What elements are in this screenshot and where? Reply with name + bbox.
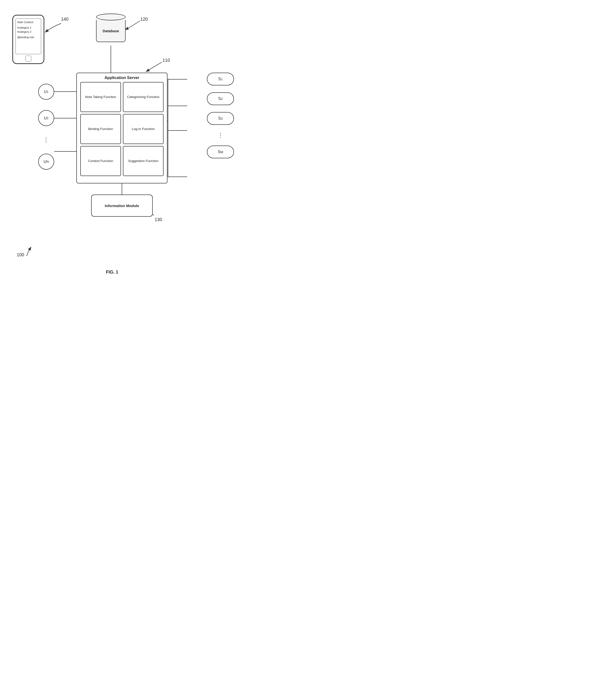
binding-rule-label: @binding rule bbox=[17, 35, 40, 40]
mobile-device: Note Content #category 1 #category 2 @bi… bbox=[12, 15, 44, 64]
figure-label: FIG. 1 bbox=[106, 270, 118, 275]
note-taking-function: Note Taking Function bbox=[80, 82, 121, 112]
mobile-home-button bbox=[25, 56, 31, 61]
application-server: Application Server Note Taking Function … bbox=[76, 73, 167, 183]
categorizing-function: Categorizing Function bbox=[123, 82, 164, 112]
database: Database bbox=[96, 14, 126, 42]
label-130: 130 bbox=[155, 217, 162, 222]
binding-function: Binding Function bbox=[80, 114, 121, 144]
server-s1: S1 bbox=[207, 73, 234, 85]
db-top bbox=[96, 14, 126, 20]
server-s3: S3 bbox=[207, 112, 234, 125]
context-function: Context Function bbox=[80, 146, 121, 176]
note-content-label: Note Content bbox=[17, 20, 40, 25]
category2-label: #category 2 bbox=[17, 30, 40, 34]
user-dots: ⋮ bbox=[38, 136, 54, 143]
server-s2: S2 bbox=[207, 92, 234, 105]
label-140: 140 bbox=[61, 17, 69, 22]
user-u1: U1 bbox=[38, 84, 54, 100]
server-dots: ⋮ bbox=[207, 132, 234, 139]
diagram: Note Content #category 1 #category 2 @bi… bbox=[0, 0, 246, 285]
label-110: 110 bbox=[163, 58, 170, 63]
info-module-label: Information Module bbox=[105, 204, 139, 208]
users-column: U1 U2 ⋮ UN bbox=[38, 84, 54, 180]
app-server-title: Application Server bbox=[77, 73, 167, 82]
user-un: UN bbox=[38, 154, 54, 170]
mobile-screen: Note Content #category 1 #category 2 @bi… bbox=[16, 19, 41, 54]
login-function: Log-in Function bbox=[123, 114, 164, 144]
db-body: Database bbox=[96, 20, 126, 42]
label-120: 120 bbox=[140, 17, 148, 22]
info-module: Information Module bbox=[91, 195, 153, 217]
servers-column: S1 S2 S3 ⋮ SM bbox=[207, 73, 234, 165]
suggestion-function: Suggestion Function bbox=[123, 146, 164, 176]
server-sm: SM bbox=[207, 146, 234, 158]
functions-grid: Note Taking Function Categorizing Functi… bbox=[77, 82, 167, 179]
user-u2: U2 bbox=[38, 110, 54, 126]
label-100: 100 bbox=[17, 252, 24, 257]
db-label: Database bbox=[103, 29, 119, 33]
category1-label: #category 1 bbox=[17, 26, 40, 30]
